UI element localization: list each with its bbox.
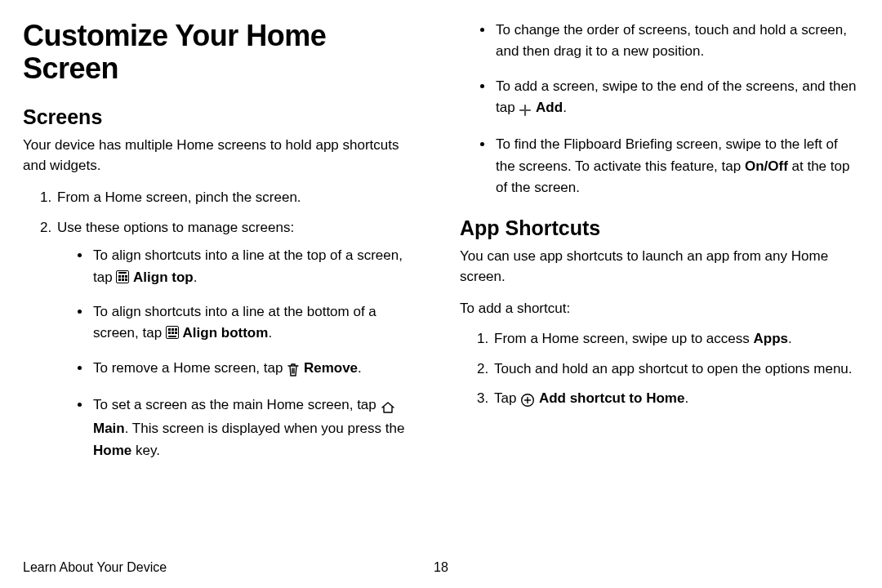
option-reorder: To change the order of screens, touch an…: [494, 20, 859, 63]
shortcut-step-3-text: Tap: [494, 390, 520, 406]
option-remove: To remove a Home screen, tap Remove.: [91, 358, 422, 381]
home-icon: [381, 397, 395, 418]
option-remove-label: Remove: [304, 360, 358, 376]
option-remove-text: To remove a Home screen, tap: [93, 360, 287, 376]
options-list-continued-wrap: To change the order of screens, touch an…: [460, 20, 859, 198]
section-heading-app-shortcuts: App Shortcuts: [460, 216, 859, 240]
trash-icon: [287, 360, 300, 381]
shortcut-step-3-bold: Add shortcut to Home: [539, 390, 685, 406]
option-main: To set a screen as the main Home screen,…: [91, 394, 422, 461]
period: .: [563, 100, 567, 115]
option-add-label: Add: [536, 100, 563, 115]
option-flipboard: To find the Flipboard Briefing screen, s…: [494, 134, 859, 198]
option-main-home: Home: [93, 443, 131, 458]
step-pinch: From a Home screen, pinch the screen.: [56, 187, 422, 208]
options-list: To align shortcuts into a line at the to…: [57, 245, 422, 461]
step-options-text: Use these options to manage screens:: [57, 220, 294, 235]
page-title: Customize Your Home Screen: [23, 20, 422, 84]
add-shortcut-steps: From a Home screen, swipe up to access A…: [460, 328, 859, 412]
option-main-text: To set a screen as the main Home screen,…: [93, 397, 381, 412]
footer-section: Learn About Your Device: [23, 560, 167, 575]
option-align-bottom: To align shortcuts into a line at the bo…: [91, 301, 422, 345]
plus-icon: [519, 100, 532, 121]
option-align-top: To align shortcuts into a line at the to…: [91, 245, 422, 288]
shortcut-step-2: Touch and hold an app shortcut to open t…: [492, 359, 859, 380]
circle-plus-icon: [520, 390, 535, 412]
option-main-post1: . This screen is displayed when you pres…: [125, 421, 405, 436]
period: .: [684, 390, 688, 406]
option-align-bottom-label: Align bottom: [183, 325, 269, 341]
section-heading-screens: Screens: [23, 105, 422, 129]
option-align-top-label: Align top: [133, 270, 194, 285]
screens-steps: From a Home screen, pinch the screen. Us…: [23, 187, 422, 461]
add-shortcut-lead: To add a shortcut:: [460, 299, 859, 319]
shortcut-step-3: Tap Add shortcut to Home.: [492, 388, 859, 412]
option-add-screen: To add a screen, swipe to the end of the…: [494, 76, 859, 122]
options-list-continued: To change the order of screens, touch an…: [460, 20, 859, 198]
option-flipboard-bold: On/Off: [745, 158, 788, 174]
screens-intro: Your device has multiple Home screens to…: [23, 136, 422, 176]
option-main-post2: key.: [131, 443, 160, 458]
shortcut-step-1-text: From a Home screen, swipe up to access: [494, 331, 753, 346]
shortcut-step-1: From a Home screen, swipe up to access A…: [492, 328, 859, 350]
align-top-icon: [116, 270, 129, 283]
period: .: [194, 270, 198, 285]
app-shortcuts-intro: You can use app shortcuts to launch an a…: [460, 247, 859, 287]
period: .: [268, 325, 272, 341]
align-bottom-icon: [166, 326, 179, 339]
shortcut-step-1-bold: Apps: [753, 331, 788, 346]
period: .: [358, 360, 362, 376]
manual-page: Customize Your Home Screen Screens Your …: [0, 0, 882, 588]
app-shortcuts-section: App Shortcuts You can use app shortcuts …: [460, 216, 859, 412]
option-main-label: Main: [93, 421, 125, 436]
footer-page-number: 18: [434, 560, 448, 575]
period: .: [788, 331, 792, 346]
step-options: Use these options to manage screens: To …: [56, 217, 422, 461]
page-footer: Learn About Your Device 18: [23, 560, 859, 575]
